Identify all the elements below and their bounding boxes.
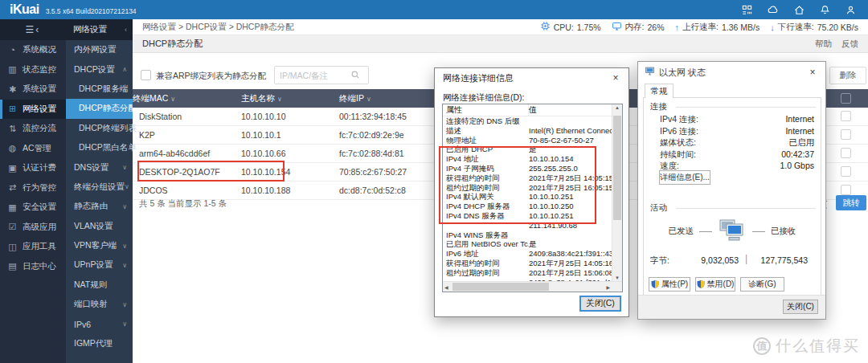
details-list-label: 网络连接详细信息(D): (443, 92, 525, 104)
submenu-item[interactable]: 静态路由 ∨ (66, 197, 133, 216)
submenu-item[interactable]: UPnP设置 ∨ (66, 255, 133, 275)
sidebar-item[interactable]: ◍ AC管理 (0, 139, 66, 159)
vertical-scrollbar[interactable]: ▲ ▼ (612, 104, 622, 281)
submenu-item[interactable]: 内外网设置 (66, 40, 133, 59)
apps-grid-icon[interactable] (741, 4, 753, 16)
close-icon[interactable]: × (800, 63, 825, 82)
sidebar-item[interactable]: ⇄ 行为管控 (0, 178, 66, 198)
submenu-item[interactable]: 端口映射 ∨ (66, 295, 133, 314)
submenu-item-label: DHCP静态分配 (79, 103, 137, 114)
sidebar-item[interactable]: ☑ 高级应用 (0, 218, 66, 238)
feedback-link[interactable]: 反馈 (841, 39, 858, 50)
arp-compat-checkbox[interactable] (141, 70, 151, 80)
connection-label: IPv6 连接: (660, 126, 698, 137)
sidebar-item-icon: ▤ (7, 261, 18, 271)
submenu-item[interactable]: DHCP终端列表 (66, 119, 133, 138)
sidebar-item[interactable]: ⇅ 流控分流 (0, 119, 66, 139)
select-all-checkbox[interactable] (841, 93, 851, 104)
column-header[interactable]: 终端MAC∨ (133, 89, 175, 108)
row-checkbox[interactable] (841, 185, 851, 195)
table-footer: 共 5 条 当前显示 1-5 条 (139, 198, 227, 210)
ip-cell: 10.10.10.10 (241, 108, 285, 125)
scroll-right-icon[interactable]: ▶ (606, 284, 610, 290)
delete-button[interactable]: 删除 (829, 67, 866, 84)
dialog-titlebar[interactable]: 以太网 状态 × (638, 62, 825, 83)
disable-button[interactable]: 禁用(D) (695, 277, 735, 292)
secondary-menu-header[interactable]: 网络设置 ‹ (66, 19, 133, 40)
detail-row[interactable]: 描述 Intel(R) Ethernet Connection (2) I219… (443, 126, 612, 136)
sidebar-item-label: 行为管控 (23, 182, 56, 194)
chevron-icon: ∨ (122, 320, 127, 328)
submenu-item[interactable]: 终端分组设置 ∨ (66, 177, 133, 197)
row-checkbox[interactable] (841, 166, 851, 177)
sidebar-item-icon: ⇄ (7, 182, 18, 193)
home-icon[interactable] (793, 4, 805, 16)
value-column-header[interactable]: 值 (529, 104, 537, 116)
property-column-header[interactable]: 属性 (443, 104, 529, 116)
submenu-item[interactable]: DHCP设置 ∧ (66, 59, 133, 79)
ethernet-status-dialog: 以太网 状态 × 常规 连接 IPv4 连接: Internet IPv6 连接… (637, 61, 826, 320)
scroll-left-icon[interactable]: ◀ (444, 284, 448, 290)
horizontal-scrollbar[interactable]: ◀ ▶ (443, 281, 622, 292)
detail-row[interactable]: 获得租约的时间 2021年7月25日 14:05:16 (443, 259, 612, 268)
properties-button[interactable]: 属性(P) (649, 277, 690, 292)
search-input[interactable] (280, 71, 350, 80)
sidebar-item[interactable]: ◔ 系统概况 (0, 40, 66, 60)
search-icon[interactable] (350, 68, 360, 83)
watermark: 值 什么值得买 (753, 336, 860, 357)
detail-row[interactable]: 连接特定的 DNS 后缀 (443, 116, 612, 126)
up-arrow-icon: ↑ (675, 22, 680, 32)
sidebar-item[interactable]: ▥ 状态监控 (0, 60, 66, 80)
scroll-down-icon[interactable]: ▼ (612, 275, 622, 280)
scrollbar-thumb[interactable] (452, 283, 549, 291)
property-value: 2409:8a38:4c21:f391::43e (529, 249, 612, 259)
detail-row[interactable]: 物理地址 70-85-C2-67-50-27 (443, 136, 612, 145)
cloud-icon[interactable] (767, 4, 780, 16)
sidebar-item[interactable]: ▤ 日志中心 (0, 257, 66, 277)
sidebar-item-label: 应用工具 (23, 241, 56, 252)
close-icon[interactable]: × (603, 68, 628, 88)
sidebar-item[interactable]: ✱ 系统设置 (0, 80, 66, 100)
close-button[interactable]: 关闭(C) (783, 300, 818, 314)
row-checkbox[interactable] (841, 111, 851, 121)
detail-row[interactable]: IPv6 地址 2409:8a38:4c21:f391::43e (443, 249, 612, 259)
submenu-item[interactable]: DNS设置 ∨ (66, 157, 133, 177)
scroll-up-icon[interactable]: ▲ (612, 105, 622, 110)
property-name: 描述 (443, 126, 529, 136)
tab-general[interactable]: 常规 (645, 84, 674, 98)
row-checkbox[interactable] (841, 148, 851, 158)
diagnose-button[interactable]: 诊断(G) (740, 277, 784, 292)
sidebar-item[interactable]: ▦ 安全设置 (0, 198, 66, 218)
jump-button[interactable]: 跳转 (836, 195, 866, 210)
column-header[interactable]: 终端IP∨ (339, 89, 371, 108)
submenu-item[interactable]: DHCP黑白名单 (66, 138, 133, 157)
sidebar-item[interactable]: ⊞ 网络设置 (0, 100, 66, 120)
submenu-item[interactable]: NAT规则 (66, 275, 133, 295)
details-button[interactable]: 详细信息(E)... (659, 170, 710, 185)
sidebar-item[interactable]: ▣ 认证计费 (0, 158, 66, 178)
detail-row[interactable]: 已启用 NetBIOS over Tc... 是 (443, 239, 612, 249)
sidebar-collapse-button[interactable]: ☰‹ (0, 19, 66, 40)
submenu-item[interactable]: DHCP静态分配 (66, 99, 133, 118)
property-name: 物理地址 (443, 136, 529, 145)
scrollbar-thumb[interactable] (613, 116, 621, 220)
breadcrumb[interactable]: 网络设置 > DHCP设置 > DHCP静态分配 (142, 22, 293, 33)
detail-row[interactable]: 租约过期的时间 2021年7月25日 15:06:08 (443, 268, 612, 278)
submenu-item[interactable]: IPv6 ∨ (66, 314, 133, 333)
row-checkbox[interactable] (841, 129, 851, 140)
sidebar-item[interactable]: ◫ 应用工具 (0, 237, 66, 257)
bell-icon[interactable] (819, 4, 831, 16)
close-button[interactable]: 关闭(C) (579, 296, 621, 312)
user-icon[interactable] (845, 4, 857, 16)
submenu-item[interactable]: IGMP代理 (66, 334, 133, 353)
dialog-titlebar[interactable]: 网络连接详细信息 × (435, 68, 628, 88)
submenu-item[interactable]: VLAN设置 (66, 217, 133, 236)
detail-row[interactable]: IPv4 WINS 服务器 (443, 230, 612, 240)
column-header[interactable]: 主机名称∨ (241, 89, 282, 108)
sort-chevron-icon: ∨ (277, 96, 282, 103)
search-box (274, 66, 369, 84)
bytes-sent-value: 9,032,053 (676, 255, 739, 265)
help-link[interactable]: 帮助 (815, 39, 832, 50)
submenu-item[interactable]: VPN客户端 ∨ (66, 236, 133, 255)
submenu-item[interactable]: DHCP服务端 (66, 80, 133, 99)
